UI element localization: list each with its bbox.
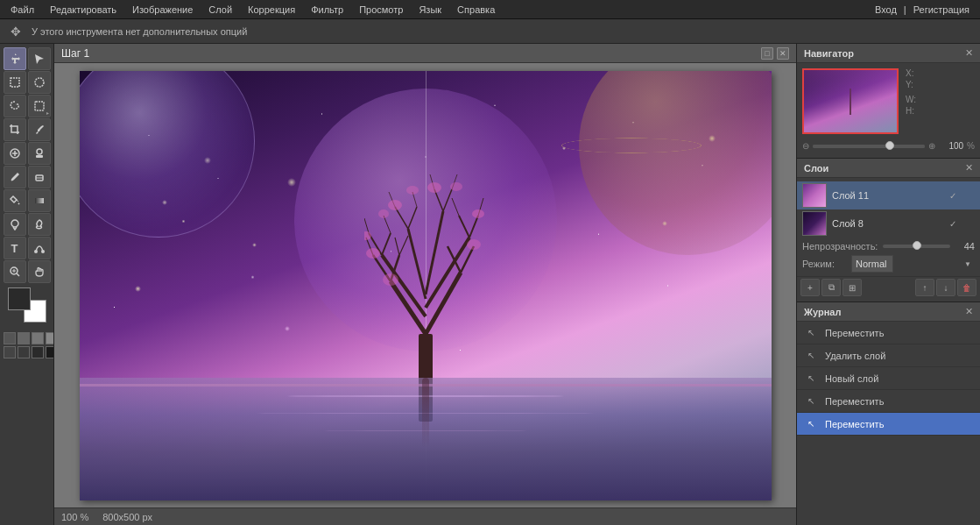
navigator-close-btn[interactable]: ✕ [965, 47, 973, 59]
tool-rect-select[interactable] [4, 71, 26, 94]
tool-paint-bucket[interactable] [4, 189, 26, 212]
select-arrow-icon: ▼ [964, 260, 971, 268]
menu-filter[interactable]: Фильтр [304, 3, 350, 17]
register-link[interactable]: Регистрация [913, 4, 969, 15]
tool-heal[interactable] [4, 142, 26, 165]
layers-title: Слои [804, 163, 828, 174]
layer-add-btn[interactable]: + [800, 279, 820, 296]
tool-hand[interactable] [28, 260, 51, 283]
menu-correction[interactable]: Коррекция [241, 3, 302, 17]
navigator-panel: Навигатор ✕ X: [797, 44, 980, 159]
tool-zoom[interactable] [4, 260, 26, 283]
history-item-1[interactable]: ↖ Переместить [797, 322, 980, 344]
menu-image[interactable]: Изображение [125, 3, 200, 17]
tool-dodge[interactable] [4, 213, 26, 236]
canvas-area: Шаг 1 □ ✕ [54, 44, 796, 525]
svg-line-31 [408, 207, 417, 229]
layer-move-down-btn[interactable]: ↓ [936, 279, 955, 296]
layer-item-1[interactable]: Слой 11 ✓ [797, 181, 980, 209]
tool-eyedropper[interactable] [28, 118, 51, 141]
zoom-slider-thumb[interactable] [885, 141, 894, 150]
layer-move-up-btn[interactable]: ↑ [915, 279, 934, 296]
mode-select-wrapper: Normal Multiply Screen Overlay ▼ [851, 255, 975, 273]
svg-line-18 [382, 255, 426, 316]
tool-crop[interactable] [4, 118, 26, 141]
svg-line-29 [459, 216, 469, 238]
image-canvas [80, 71, 772, 500]
svg-line-12 [17, 273, 19, 276]
history-item-4[interactable]: ↖ Переместить [797, 390, 980, 413]
mode-select[interactable]: Normal Multiply Screen Overlay [851, 255, 893, 273]
layer-delete-btn[interactable]: 🗑 [957, 279, 976, 296]
tool-ellipse-select[interactable] [28, 71, 51, 94]
menu-edit[interactable]: Редактировать [43, 3, 123, 17]
history-icon-2: ↖ [804, 349, 818, 363]
toolbox: ▸ [0, 44, 54, 525]
svg-point-8 [11, 220, 18, 227]
menu-auth: Вход | Регистрация [875, 4, 976, 15]
layer-1-lock [964, 190, 975, 201]
tool-select-arrow[interactable] [28, 47, 51, 70]
active-tool-icon: ✥ [7, 23, 25, 40]
quick-color-5[interactable] [4, 346, 16, 358]
zoom-slider[interactable] [813, 145, 925, 148]
glow-star-4 [135, 286, 141, 292]
layer-2-visibility[interactable]: ✓ [947, 217, 959, 230]
quick-color-4[interactable] [46, 332, 54, 344]
menu-language[interactable]: Язык [412, 3, 448, 17]
quick-color-2[interactable] [18, 332, 30, 344]
layer-1-visibility[interactable]: ✓ [947, 189, 959, 202]
layer-mode-row: Режим: Normal Multiply Screen Overlay ▼ [802, 255, 975, 273]
opacity-label: Непрозрачность: [802, 241, 878, 252]
zoom-out-icon[interactable]: ⊖ [802, 141, 809, 151]
color-swatches[interactable] [8, 287, 46, 323]
tool-eraser[interactable] [28, 166, 51, 188]
menu-help[interactable]: Справка [450, 3, 502, 17]
layers-close-btn[interactable]: ✕ [965, 162, 973, 174]
canvas-content [54, 63, 796, 507]
quick-color-3[interactable] [32, 332, 44, 344]
layer-merge-btn[interactable]: ⊞ [843, 279, 862, 296]
canvas-close-btn[interactable]: ✕ [777, 47, 789, 60]
tool-move[interactable] [4, 47, 26, 70]
tool-gradient[interactable] [28, 189, 51, 212]
svg-point-4 [37, 149, 42, 154]
login-link[interactable]: Вход [875, 4, 897, 15]
tool-burn[interactable] [28, 213, 51, 236]
tool-brush[interactable] [4, 166, 26, 188]
navigator-zoom-row: ⊖ ⊕ 100 % [802, 139, 975, 153]
tool-magic-select[interactable]: ▸ [28, 95, 51, 117]
quick-color-6[interactable] [18, 346, 30, 358]
quick-color-8[interactable] [46, 346, 54, 358]
tool-stamp[interactable] [28, 142, 51, 165]
canvas-titlebar: Шаг 1 □ ✕ [54, 44, 796, 63]
svg-line-37 [364, 218, 369, 233]
history-label-5: Переместить [825, 419, 884, 429]
quick-color-1[interactable] [4, 332, 16, 344]
quick-color-7[interactable] [32, 346, 44, 358]
tool-lasso[interactable] [4, 95, 26, 117]
history-close-btn[interactable]: ✕ [965, 306, 973, 317]
svg-line-33 [443, 189, 452, 211]
history-item-5[interactable]: ↖ Переместить [797, 413, 980, 436]
history-item-2[interactable]: ↖ Удалить слой [797, 344, 980, 367]
menu-layer[interactable]: Слой [201, 3, 239, 17]
menu-view[interactable]: Просмотр [352, 3, 410, 17]
layer-controls: Непрозрачность: 44 Режим: Normal Multipl… [797, 238, 980, 276]
layer-item-2[interactable]: Слой 8 ✓ [797, 209, 980, 238]
layer-duplicate-btn[interactable]: ⧉ [821, 279, 841, 296]
opacity-slider-thumb[interactable] [913, 241, 921, 250]
canvas-window: Шаг 1 □ ✕ [54, 44, 796, 525]
canvas-maximize-btn[interactable]: □ [761, 47, 773, 60]
zoom-in-icon[interactable]: ⊕ [928, 141, 935, 151]
canvas-statusbar: 100 % 800x500 px [54, 507, 796, 525]
tool-text[interactable]: T [4, 237, 26, 259]
history-item-3[interactable]: ↖ Новый слой [797, 367, 980, 390]
tool-path[interactable] [28, 237, 51, 259]
menu-file[interactable]: Файл [4, 3, 41, 17]
svg-rect-5 [36, 155, 43, 158]
navigator-header: Навигатор ✕ [797, 44, 980, 63]
opacity-slider[interactable] [883, 245, 950, 248]
svg-point-51 [388, 200, 402, 210]
foreground-color[interactable] [8, 287, 31, 310]
